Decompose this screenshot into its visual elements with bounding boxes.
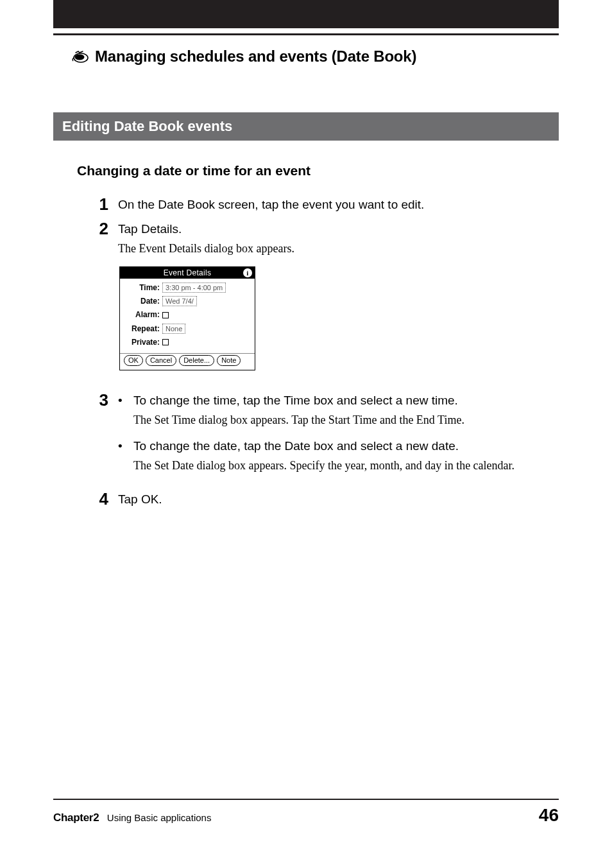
alarm-checkbox[interactable] [162,312,169,318]
step-1-text: On the Date Book screen, tap the event y… [118,196,550,213]
date-label: Date: [125,296,160,306]
step-number-3: 3 [77,392,108,408]
step-2-text: Tap Details. [118,221,550,238]
chapter-title: Managing schedules and events (Date Book… [95,48,416,65]
cancel-button[interactable]: Cancel [146,355,176,366]
step-number-1: 1 [77,196,108,213]
delete-button[interactable]: Delete... [179,355,214,366]
date-selector[interactable]: Wed 7/4/ [162,296,197,306]
event-details-dialog: Event Details i Time: 3:30 pm - 4:00 pm … [119,266,255,370]
footer-chapter: Chapter2 Using Basic applications [53,812,211,824]
dialog-titlebar: Event Details i [120,267,255,279]
datebook-icon [72,49,90,64]
subheading: Changing a date or time for an event [77,163,550,178]
dialog-title-text: Event Details [164,268,212,278]
private-label: Private: [125,337,160,347]
step-3-bullet-2: To change the date, tap the Date box and… [133,438,550,455]
bullet-dot: • [118,438,127,455]
top-rule [53,33,559,35]
footer-chapter-label: Chapter2 [53,812,99,824]
info-icon[interactable]: i [243,268,252,277]
repeat-selector[interactable]: None [162,324,185,334]
footer-rule [53,799,559,800]
repeat-label: Repeat: [125,324,160,334]
ok-button[interactable]: OK [124,355,143,366]
step-3-bullet-1-detail: The Set Time dialog box appears. Tap the… [133,413,550,428]
time-label: Time: [125,282,160,293]
step-4-text: Tap OK. [118,491,550,508]
banner-title: Editing Date Book events [62,118,232,135]
footer-chapter-title: Using Basic applications [107,812,212,823]
bullet-dot: • [118,392,127,409]
step-2-detail: The Event Details dialog box appears. [118,241,550,256]
page-number: 46 [539,805,559,826]
alarm-label: Alarm: [125,309,160,320]
private-checkbox[interactable] [162,339,169,345]
step-3-bullet-2-detail: The Set Date dialog box appears. Specify… [133,458,550,473]
section-banner: Editing Date Book events [53,112,559,141]
svg-point-1 [75,55,85,60]
time-selector[interactable]: 3:30 pm - 4:00 pm [162,282,226,293]
note-button[interactable]: Note [217,355,241,366]
step-number-4: 4 [77,490,108,507]
top-black-bar [53,0,559,28]
step-3-bullet-1: To change the time, tap the Time box and… [133,392,550,409]
step-number-2: 2 [77,220,108,237]
